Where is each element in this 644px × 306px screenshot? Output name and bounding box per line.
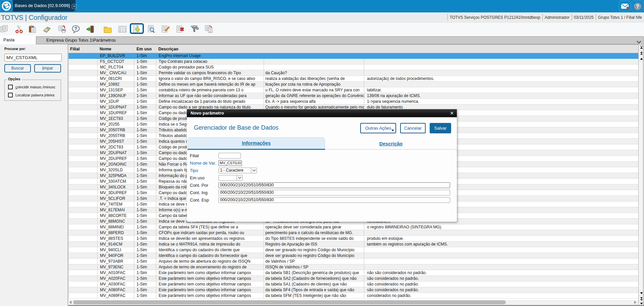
svg-text:?: ? <box>74 26 77 31</box>
svg-text:?: ? <box>636 4 639 9</box>
